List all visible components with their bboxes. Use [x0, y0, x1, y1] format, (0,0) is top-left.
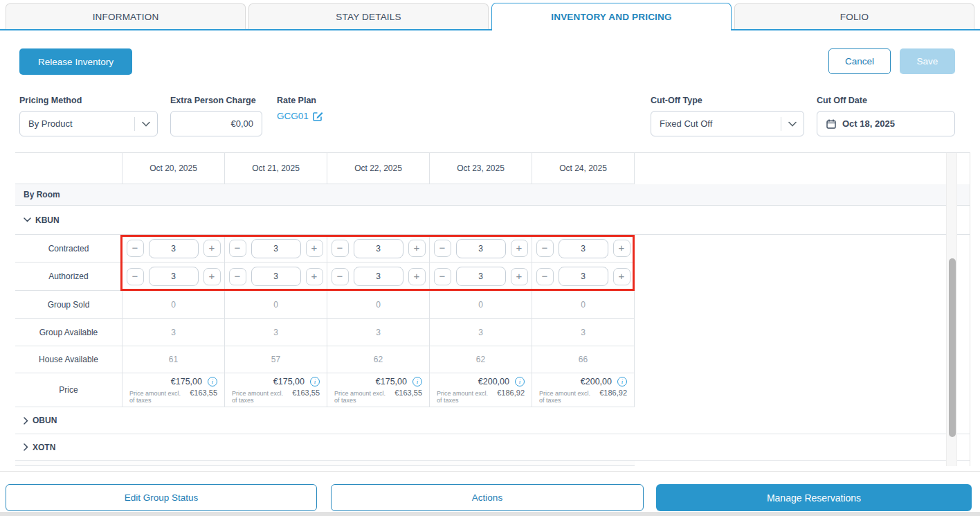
chevron-down-icon: [142, 121, 150, 127]
contracted-quantity-input[interactable]: [251, 239, 301, 258]
price-amount: €175,00i: [376, 377, 422, 386]
price-excl-value: €163,55: [394, 389, 422, 397]
chevron-down-icon: [788, 121, 797, 127]
price-excl-taxes: Price amount excl. of taxes€163,55: [129, 389, 217, 404]
room-row-obun[interactable]: OBUN: [15, 407, 970, 434]
calendar-icon: [826, 119, 836, 129]
price-amount: €175,00i: [171, 377, 217, 386]
decrement-button[interactable]: −: [127, 240, 144, 257]
tab-inventory-and-pricing[interactable]: INVENTORY AND PRICING: [491, 3, 732, 30]
info-icon[interactable]: i: [208, 377, 217, 386]
authorized-quantity-input[interactable]: [456, 267, 506, 286]
edit-group-status-button[interactable]: Edit Group Status: [6, 484, 317, 511]
info-icon[interactable]: i: [310, 377, 320, 386]
authorized-quantity-input[interactable]: [354, 267, 403, 286]
info-icon[interactable]: i: [515, 377, 525, 386]
row-label-contracted: Contracted: [15, 235, 122, 262]
info-icon[interactable]: i: [617, 377, 627, 386]
chevron-right-icon: [24, 443, 28, 451]
increment-button[interactable]: +: [408, 268, 426, 285]
save-button[interactable]: Save: [900, 48, 955, 74]
increment-button[interactable]: +: [511, 240, 528, 257]
section-by-room: By Room: [15, 184, 970, 206]
increment-button[interactable]: +: [613, 268, 630, 285]
cutoff-date-label: Cut Off Date: [817, 96, 867, 105]
price-excl-note: Price amount excl. of taxes: [539, 390, 596, 404]
rate-plan-label: Rate Plan: [277, 96, 316, 105]
increment-button[interactable]: +: [203, 240, 221, 257]
contracted-quantity-input[interactable]: [559, 239, 608, 258]
room-code: XOTN: [33, 443, 55, 452]
pricing-method-select[interactable]: By Product: [19, 111, 158, 136]
chevron-down-icon: [24, 217, 31, 222]
date-header-cell: Oct 24, 2025: [532, 153, 635, 184]
cutoff-type-select[interactable]: Fixed Cut Off: [651, 111, 804, 136]
extra-person-charge-value: €0,00: [230, 118, 253, 129]
house-available-value: 57: [225, 346, 327, 373]
cutoff-date-value: Oct 18, 2025: [842, 118, 895, 129]
increment-button[interactable]: +: [203, 268, 221, 285]
decrement-button[interactable]: −: [536, 268, 554, 285]
release-inventory-button[interactable]: Release Inventory: [19, 48, 132, 75]
price-excl-value: €163,55: [190, 389, 217, 397]
house-available-value: 66: [532, 346, 635, 373]
decrement-button[interactable]: −: [229, 268, 246, 285]
decrement-button[interactable]: −: [434, 240, 451, 257]
authorized-stepper: −+: [532, 263, 635, 290]
contracted-quantity-input[interactable]: [149, 239, 199, 258]
decrement-button[interactable]: −: [332, 240, 349, 257]
increment-button[interactable]: +: [408, 240, 426, 257]
bottom-edge-strip: [0, 512, 980, 516]
scrollbar-thumb[interactable]: [949, 258, 956, 437]
decrement-button[interactable]: −: [127, 268, 144, 285]
tab-information[interactable]: INFORMATION: [6, 3, 246, 29]
cancel-button[interactable]: Cancel: [828, 48, 891, 74]
decrement-button[interactable]: −: [536, 240, 554, 257]
group-available-value: 3: [430, 319, 532, 346]
authorized-quantity-input[interactable]: [559, 267, 608, 286]
manage-reservations-button[interactable]: Manage Reservations: [656, 484, 972, 511]
authorized-quantity-input[interactable]: [149, 267, 199, 286]
authorized-stepper: −+: [225, 263, 327, 290]
date-header-cell: Oct 22, 2025: [327, 153, 430, 184]
inventory-table: Oct 20, 2025Oct 21, 2025Oct 22, 2025Oct …: [15, 152, 970, 466]
contracted-stepper: −+: [327, 235, 430, 262]
house-available-row: House Available 6157626266: [15, 346, 635, 373]
contracted-quantity-input[interactable]: [354, 239, 403, 258]
cutoff-type-value: Fixed Cut Off: [660, 118, 712, 129]
price-cell: €175,00iPrice amount excl. of taxes€163,…: [122, 373, 225, 407]
increment-button[interactable]: +: [511, 268, 528, 285]
decrement-button[interactable]: −: [434, 268, 451, 285]
tab-folio[interactable]: FOLIO: [734, 3, 974, 29]
date-header-cell: Oct 21, 2025: [225, 153, 327, 184]
tab-stay-details[interactable]: STAY DETAILS: [248, 3, 489, 29]
increment-button[interactable]: +: [306, 268, 323, 285]
price-cell: €175,00iPrice amount excl. of taxes€163,…: [225, 373, 327, 407]
info-icon[interactable]: i: [412, 377, 422, 386]
group-available-row: Group Available 33333: [15, 319, 635, 346]
contracted-stepper: −+: [532, 235, 635, 262]
authorized-quantity-input[interactable]: [251, 267, 301, 286]
contracted-quantity-input[interactable]: [456, 239, 506, 258]
extra-person-charge-input[interactable]: €0,00: [170, 111, 262, 136]
corner-cell: [15, 153, 122, 184]
room-row-kbun[interactable]: KBUN: [15, 206, 970, 235]
chevron-right-icon: [24, 417, 28, 425]
actions-button[interactable]: Actions: [331, 484, 644, 511]
price-amount-value: €175,00: [171, 377, 202, 386]
room-row-xotn[interactable]: XOTN: [15, 434, 970, 461]
date-header-row: Oct 20, 2025Oct 21, 2025Oct 22, 2025Oct …: [15, 153, 635, 184]
group-available-value: 3: [327, 319, 430, 346]
rate-plan-value: GCG01: [277, 111, 309, 121]
price-cell: €200,00iPrice amount excl. of taxes€186,…: [430, 373, 532, 407]
cutoff-date-picker[interactable]: Oct 18, 2025: [817, 111, 955, 136]
contracted-stepper: −+: [225, 235, 327, 262]
increment-button[interactable]: +: [613, 240, 630, 257]
increment-button[interactable]: +: [306, 240, 323, 257]
decrement-button[interactable]: −: [332, 268, 349, 285]
rate-plan-link[interactable]: GCG01: [277, 111, 323, 121]
row-label-group-sold: Group Sold: [15, 291, 122, 318]
edit-icon[interactable]: [313, 111, 323, 121]
price-amount-value: €175,00: [376, 377, 407, 386]
decrement-button[interactable]: −: [229, 240, 246, 257]
